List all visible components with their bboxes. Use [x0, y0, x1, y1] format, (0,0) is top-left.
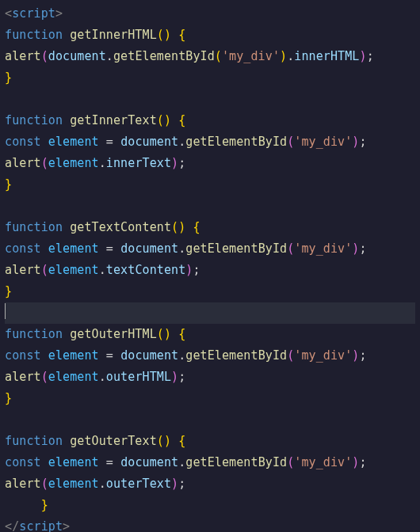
- code-token: ): [352, 241, 359, 256]
- code-token: }: [5, 70, 12, 85]
- code-token: 'my_div': [294, 241, 352, 256]
- code-token: .: [178, 348, 185, 363]
- code-editor[interactable]: <script>function getInnerHTML() {alert(d…: [0, 0, 420, 532]
- code-line[interactable]: }: [5, 388, 415, 409]
- code-line[interactable]: function getOuterText() {: [5, 431, 415, 452]
- code-token: [63, 327, 70, 341]
- code-line[interactable]: alert(document.getElementById('my_div').…: [5, 46, 415, 67]
- code-line[interactable]: }: [5, 495, 415, 516]
- code-token: function: [5, 28, 63, 42]
- code-token: 'my_div': [294, 348, 352, 363]
- code-token: alert: [5, 49, 41, 63]
- code-token: [171, 113, 178, 127]
- code-token: {: [178, 113, 185, 127]
- code-line[interactable]: [5, 302, 415, 324]
- code-line[interactable]: [5, 89, 415, 110]
- code-token: document: [48, 49, 106, 63]
- code-line[interactable]: function getTextContent() {: [5, 217, 415, 238]
- code-line[interactable]: function getOuterHTML() {: [5, 324, 415, 345]
- code-token: [113, 348, 120, 363]
- code-line[interactable]: }: [5, 281, 415, 302]
- code-token: .: [287, 49, 294, 63]
- code-token: getElementById: [113, 49, 215, 63]
- code-line[interactable]: alert(element.outerText);: [5, 473, 415, 495]
- code-token: (): [157, 327, 171, 341]
- code-token: .: [99, 263, 106, 277]
- code-token: alert: [5, 263, 41, 277]
- code-token: document: [120, 348, 178, 363]
- code-token: element: [48, 370, 99, 384]
- code-token: alert: [5, 156, 41, 170]
- code-line[interactable]: alert(element.outerHTML);: [5, 367, 415, 388]
- code-token: outerHTML: [106, 370, 171, 384]
- code-token: [63, 220, 70, 234]
- code-token: innerText: [106, 156, 171, 170]
- code-token: ): [171, 370, 178, 384]
- code-token: element: [48, 348, 99, 363]
- code-line[interactable]: const element = document.getElementById(…: [5, 131, 415, 153]
- code-token: ): [171, 477, 178, 491]
- code-token: getElementById: [185, 241, 287, 256]
- code-line[interactable]: alert(element.innerText);: [5, 153, 415, 174]
- code-token: ;: [178, 156, 185, 170]
- code-token: ;: [360, 241, 367, 256]
- code-token: ;: [367, 49, 374, 63]
- code-token: script: [19, 519, 63, 532]
- code-line[interactable]: }: [5, 174, 415, 196]
- code-token: textContent: [106, 263, 185, 277]
- code-token: function: [5, 327, 63, 341]
- code-token: getOuterText: [70, 434, 157, 448]
- code-line[interactable]: [5, 409, 415, 431]
- code-token: ): [352, 135, 359, 149]
- code-line[interactable]: }: [5, 67, 415, 89]
- code-token: ): [171, 156, 178, 170]
- code-token: {: [178, 327, 185, 341]
- code-token: <: [5, 6, 12, 21]
- code-token: 'my_div': [222, 49, 280, 63]
- code-token: getTextContent: [70, 220, 171, 234]
- code-line[interactable]: const element = document.getElementById(…: [5, 345, 415, 367]
- code-token: (: [41, 263, 48, 277]
- code-token: [99, 241, 106, 256]
- code-token: (: [41, 477, 48, 491]
- code-token: 'my_div': [294, 135, 352, 149]
- code-token: [171, 434, 178, 448]
- code-token: =: [106, 135, 113, 149]
- code-line[interactable]: function getInnerText() {: [5, 110, 415, 131]
- code-token: ): [352, 348, 359, 363]
- code-token: (: [41, 156, 48, 170]
- code-line[interactable]: const element = document.getElementById(…: [5, 452, 415, 473]
- code-token: document: [120, 455, 178, 469]
- code-token: (: [287, 348, 294, 363]
- code-line[interactable]: [5, 196, 415, 217]
- code-token: (: [287, 455, 294, 469]
- code-token: =: [106, 241, 113, 256]
- code-token: [41, 241, 48, 256]
- code-token: [41, 348, 48, 363]
- code-line[interactable]: <script>: [5, 3, 415, 25]
- code-token: .: [99, 156, 106, 170]
- code-token: outerText: [106, 477, 171, 491]
- code-token: ;: [178, 370, 185, 384]
- code-token: >: [55, 6, 63, 21]
- code-token: function: [5, 434, 63, 448]
- code-token: }: [5, 177, 12, 192]
- code-token: alert: [5, 370, 41, 384]
- code-token: [41, 455, 48, 469]
- code-token: (): [157, 113, 171, 127]
- code-line[interactable]: function getInnerHTML() {: [5, 25, 415, 46]
- code-token: [99, 135, 106, 149]
- code-token: [99, 348, 106, 363]
- code-token: (: [215, 49, 222, 63]
- code-token: function: [5, 113, 63, 127]
- code-token: element: [48, 455, 99, 469]
- code-line[interactable]: alert(element.textContent);: [5, 260, 415, 281]
- code-token: [63, 28, 70, 42]
- code-token: ;: [360, 455, 367, 469]
- code-token: (: [287, 135, 294, 149]
- code-line[interactable]: </script>: [5, 516, 415, 532]
- code-token: [63, 434, 70, 448]
- code-token: [171, 327, 178, 341]
- code-token: 'my_div': [294, 455, 352, 469]
- code-line[interactable]: const element = document.getElementById(…: [5, 238, 415, 260]
